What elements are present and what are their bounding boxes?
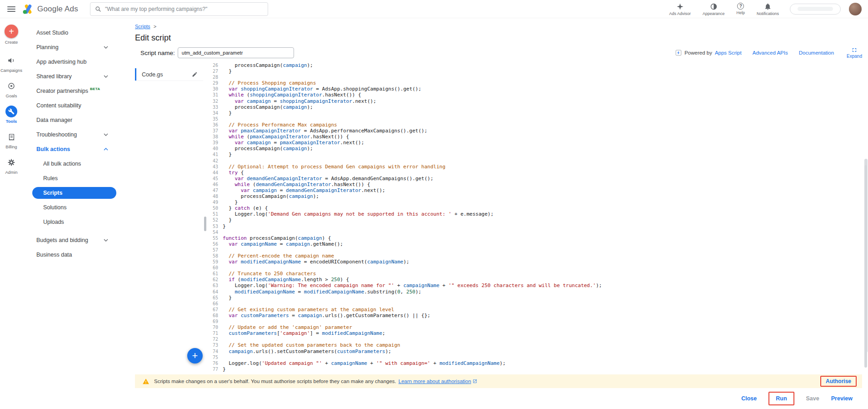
code-line[interactable]: 66	[206, 301, 868, 307]
code-line[interactable]: 38 while (pmaxCampaignIterator.hasNext()…	[206, 134, 868, 140]
breadcrumb-scripts-link[interactable]: Scripts	[135, 24, 150, 29]
code-line[interactable]: 70 // Update or add the 'campaign' param…	[206, 324, 868, 330]
code-line[interactable]: 77}	[206, 366, 868, 372]
code-line[interactable]: 74 campaign.urls().setCustomParameters(c…	[206, 348, 868, 354]
code-line[interactable]: 26 processCampaign(campaign);	[206, 62, 868, 68]
code-line[interactable]: 37 var pmaxCampaignIterator = AdsApp.per…	[206, 128, 868, 134]
code-line[interactable]: 75	[206, 354, 868, 360]
code-line[interactable]: 53}	[206, 223, 868, 229]
code-line[interactable]: 58 // Percent-encode the campaign name	[206, 253, 868, 259]
code-line[interactable]: 65 }	[206, 295, 868, 301]
code-line[interactable]: 39 var campaign = pmaxCampaignIterator.n…	[206, 140, 868, 146]
sidebar-item-scripts[interactable]: Scripts	[32, 187, 116, 199]
file-tab-codegs[interactable]: Code.gs	[135, 68, 203, 81]
code-line[interactable]: 69	[206, 318, 868, 324]
rail-item-tools[interactable]: Tools	[0, 106, 23, 131]
sidebar-item-rules[interactable]: Rules	[23, 171, 121, 186]
code-line[interactable]: 73 // Set the updated custom parameters …	[206, 342, 868, 348]
code-line[interactable]: 33 processCampaign(campaign);	[206, 104, 868, 110]
code-line[interactable]: 35	[206, 116, 868, 122]
code-line[interactable]: 48 processCampaign(campaign);	[206, 193, 868, 199]
search-input[interactable]	[105, 6, 263, 12]
code-line[interactable]: 36 // Process Performance Max campaigns	[206, 122, 868, 128]
code-line[interactable]: 40 processCampaign(campaign);	[206, 146, 868, 151]
code-line[interactable]: 49 }	[206, 199, 868, 205]
sidebar-item-planning[interactable]: Planning	[23, 40, 121, 55]
code-line[interactable]: 45 var demandGenCampaignIterator = AdsAp…	[206, 176, 868, 182]
sidebar-item-business-data[interactable]: Business data	[23, 247, 121, 262]
sidebar-item-creator-partnerships[interactable]: Creator partnerships BETA	[23, 84, 121, 98]
sidebar-item-app-advertising-hub[interactable]: App advertising hub	[23, 55, 121, 69]
code-line[interactable]: 27 }	[206, 68, 868, 74]
code-line[interactable]: 34 }	[206, 110, 868, 116]
help-button[interactable]: ? Help	[736, 3, 745, 15]
code-line[interactable]: 68 var customParameters = campaign.urls(…	[206, 313, 868, 318]
code-line[interactable]: 71 customParameters['campaign'] = modifi…	[206, 330, 868, 336]
code-line[interactable]: 30 var shoppingCampaignIterator = AdsApp…	[206, 86, 868, 92]
code-line[interactable]: 55function processCampaign(campaign) {	[206, 235, 868, 241]
code-line[interactable]: 57	[206, 247, 868, 253]
campaign-search-box[interactable]	[90, 2, 268, 16]
rail-item-campaigns[interactable]: Campaigns	[0, 55, 23, 80]
save-button[interactable]: Save	[806, 395, 819, 402]
script-name-input[interactable]	[178, 47, 294, 58]
code-line[interactable]: 28	[206, 74, 868, 80]
code-line[interactable]: 51 Logger.log('Demand Gen campaigns may …	[206, 211, 868, 217]
sidebar-item-budgets-and-bidding[interactable]: Budgets and bidding	[23, 233, 121, 247]
notifications-button[interactable]: Notifications	[757, 3, 779, 16]
code-line[interactable]: 59 var modifiedCampaignName = encodeURIC…	[206, 259, 868, 265]
code-line[interactable]: 64 modifiedCampaignName = modifiedCampai…	[206, 289, 868, 295]
documentation-link[interactable]: Documentation	[799, 50, 834, 56]
code-line[interactable]: 50 } catch (e) {	[206, 205, 868, 211]
preview-button[interactable]: Preview	[831, 395, 853, 402]
ads-advisor-button[interactable]: Ads Advisor	[669, 3, 691, 16]
hamburger-menu-button[interactable]	[7, 6, 15, 12]
edit-pencil-icon[interactable]	[192, 71, 198, 77]
code-line[interactable]: 54	[206, 229, 868, 235]
sidebar-item-uploads[interactable]: Uploads	[23, 215, 121, 229]
appearance-button[interactable]: Appearance	[703, 3, 725, 16]
code-line[interactable]: 52 }	[206, 217, 868, 223]
code-line[interactable]: 47 var campaign = demandGenCampaignItera…	[206, 187, 868, 193]
rail-item-create[interactable]: + Create	[0, 25, 23, 55]
rail-item-billing[interactable]: Billing	[0, 131, 23, 157]
expand-button[interactable]: Expand	[847, 47, 862, 59]
sidebar-item-data-manager[interactable]: Data manager	[23, 113, 121, 127]
run-button[interactable]: Run	[776, 395, 787, 402]
sidebar-item-asset-studio[interactable]: Asset Studio	[23, 25, 121, 40]
code-editor[interactable]: 26 processCampaign(campaign);27 }2829 //…	[206, 61, 868, 374]
sidebar-item-troubleshooting[interactable]: Troubleshooting	[23, 127, 121, 142]
code-line[interactable]: 72	[206, 336, 868, 342]
create-fab[interactable]: +	[5, 25, 18, 38]
rail-item-admin[interactable]: Admin	[0, 157, 23, 182]
advanced-apis-link[interactable]: Advanced APIs	[753, 50, 788, 56]
code-line[interactable]: 62 if (modifiedCampaignName.length > 250…	[206, 277, 868, 283]
code-line[interactable]: 61 // Truncate to 250 characters	[206, 271, 868, 277]
apps-script-link[interactable]: Apps Script	[715, 50, 742, 56]
sidebar-item-shared-library[interactable]: Shared library	[23, 69, 121, 84]
sidebar-item-solutions[interactable]: Solutions	[23, 200, 121, 215]
authorise-button[interactable]: Authorise	[826, 378, 851, 384]
code-line[interactable]: 60	[206, 265, 868, 271]
rail-item-goals[interactable]: Goals	[0, 80, 23, 106]
code-line[interactable]: 56 var campaignName = campaign.getName()…	[206, 241, 868, 247]
code-line[interactable]: 32 var campaign = shoppingCampaignIterat…	[206, 98, 868, 104]
code-line[interactable]: 76 Logger.log('Updated campaign "' + cam…	[206, 360, 868, 366]
code-line[interactable]: 63 Logger.log('Warning: The encoded camp…	[206, 283, 868, 288]
code-line[interactable]: 43 // Optional: Attempt to process Deman…	[206, 164, 868, 170]
close-button[interactable]: Close	[741, 395, 757, 402]
code-line[interactable]: 41 }	[206, 151, 868, 157]
authorisation-link[interactable]: Learn more about authorisation	[399, 379, 477, 384]
sidebar-item-content-suitability[interactable]: Content suitability	[23, 98, 121, 113]
code-line[interactable]: 29 // Process Shopping campaigns	[206, 80, 868, 86]
sidebar-item-all-bulk-actions[interactable]: All bulk actions	[23, 157, 121, 171]
code-line[interactable]: 67 // Get existing custom parameters at …	[206, 307, 868, 313]
code-line[interactable]: 42	[206, 158, 868, 164]
code-line[interactable]: 31 while (shoppingCampaignIterator.hasNe…	[206, 92, 868, 98]
google-ads-logo[interactable]: Google Ads	[23, 4, 78, 14]
code-line[interactable]: 46 while (demandGenCampaignIterator.hasN…	[206, 182, 868, 187]
page-scrollbar[interactable]	[864, 165, 867, 368]
code-line[interactable]: 44 try {	[206, 170, 868, 176]
sidebar-item-bulk-actions[interactable]: Bulk actions	[23, 142, 121, 157]
add-fab[interactable]: +	[187, 348, 203, 364]
